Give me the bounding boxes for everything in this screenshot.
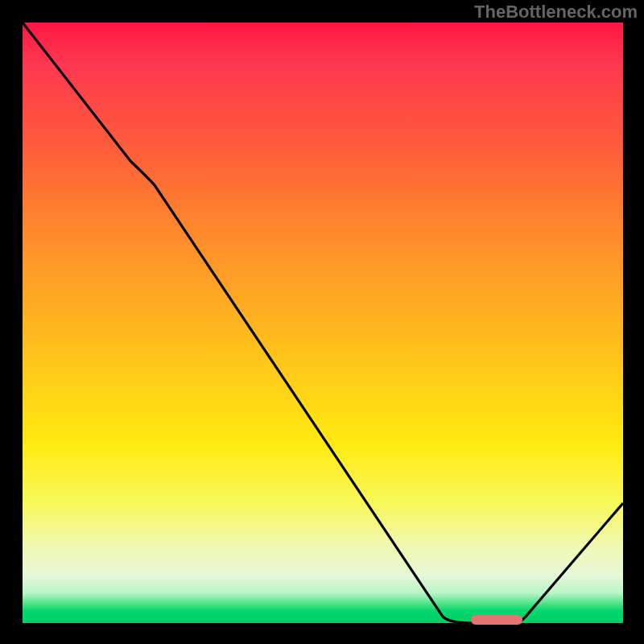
curve-layer <box>23 23 623 623</box>
chart-container: TheBottleneck.com <box>0 0 644 644</box>
watermark-text: TheBottleneck.com <box>474 2 638 23</box>
bottleneck-curve <box>23 23 623 623</box>
optimal-marker <box>471 615 522 625</box>
